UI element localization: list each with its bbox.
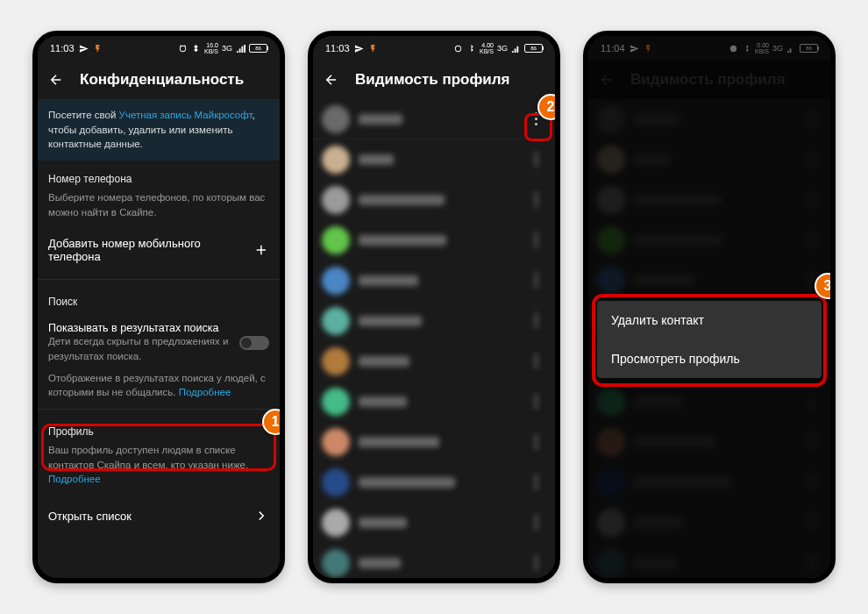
status-bar: 11:03 16.0KB/S 3G 86 [38, 36, 280, 61]
avatar [322, 549, 350, 577]
search-toggle[interactable] [239, 336, 269, 350]
avatar [322, 146, 350, 174]
battery-icon: 86 [249, 44, 267, 53]
divider [38, 279, 280, 280]
contact-row[interactable] [313, 261, 555, 301]
phone-screenshot-3: 11:04 0.00KB/S 3G 86 Видимость профиля У… [583, 31, 836, 583]
callout-badge: 1 [262, 409, 285, 435]
phone-section: Номер телефона Выберите номера телефонов… [38, 161, 280, 225]
contact-row[interactable] [313, 220, 555, 261]
network-type: 3G [222, 44, 232, 53]
more-link[interactable]: Подробнее [48, 474, 101, 484]
back-button[interactable] [322, 70, 341, 89]
search-sub-desc: Отображение в результатах поиска у людей… [48, 371, 269, 400]
phone-screenshot-2: 11:03 4.00KB/S 3G 86 Видимость профиля 2 [308, 31, 560, 583]
bluetooth-icon [466, 44, 476, 54]
callout-badge: 3 [815, 273, 836, 299]
lightning-icon [93, 44, 103, 54]
contact-row[interactable] [313, 382, 555, 422]
callout-badge: 2 [537, 94, 560, 120]
contacts-list [313, 99, 555, 578]
contact-name-placeholder [359, 518, 407, 528]
avatar [322, 267, 350, 295]
page-title: Видимость профиля [355, 71, 510, 89]
contact-row[interactable] [313, 301, 555, 341]
section-title: Номер телефона [48, 173, 269, 185]
header: Видимость профиля [313, 61, 555, 99]
contact-name-placeholder [359, 316, 422, 326]
profile-section: Профиль Ваш профиль доступен людям в спи… [38, 413, 280, 492]
contact-name-placeholder [359, 356, 409, 367]
contact-row[interactable] [313, 462, 555, 503]
alarm-icon [178, 44, 188, 54]
avatar [322, 468, 350, 496]
menu-delete-contact[interactable]: Удалить контакт [597, 301, 822, 339]
more-menu-button[interactable] [525, 311, 546, 332]
context-menu: Удалить контакт Просмотреть профиль [597, 301, 822, 378]
more-menu-button[interactable] [525, 472, 546, 493]
contact-name-placeholder [359, 558, 401, 568]
divider [38, 409, 280, 410]
contact-name-placeholder [359, 154, 394, 165]
ms-account-banner: Посетите свой Учетная запись Майкрософт,… [38, 99, 280, 161]
contact-name-placeholder [359, 195, 445, 205]
more-link[interactable]: Подробнее [179, 387, 231, 397]
more-menu-button[interactable] [525, 432, 546, 453]
page-title: Конфиденциальность [80, 71, 244, 89]
contact-row[interactable] [313, 341, 555, 382]
search-section: Поиск [38, 283, 280, 318]
avatar [322, 226, 350, 254]
contact-name-placeholder [359, 437, 439, 447]
send-icon [354, 44, 364, 54]
avatar [322, 105, 350, 133]
send-icon [79, 44, 89, 54]
more-menu-button[interactable] [525, 391, 546, 412]
search-visibility-row[interactable]: Показывать в результатах поиска Дети все… [38, 318, 280, 367]
ms-account-link[interactable]: Учетная запись Майкрософт [119, 110, 253, 120]
section-title: Профиль [48, 425, 269, 438]
contact-row[interactable] [313, 180, 555, 220]
bluetooth-icon [191, 44, 201, 54]
contact-name-placeholder [359, 114, 402, 125]
status-bar: 11:03 4.00KB/S 3G 86 [313, 36, 555, 61]
signal-icon [511, 44, 521, 54]
chevron-right-icon [253, 508, 269, 524]
more-menu-button[interactable] [525, 230, 546, 251]
contact-name-placeholder [359, 477, 455, 488]
contact-row[interactable] [313, 99, 555, 139]
more-menu-button[interactable] [525, 553, 546, 574]
open-list-row[interactable]: Открыть список [38, 492, 280, 539]
status-time: 11:03 [50, 43, 75, 54]
contact-name-placeholder [359, 235, 446, 246]
plus-icon [253, 242, 269, 258]
data-speed: 4.00KB/S [480, 42, 494, 54]
contact-row[interactable] [313, 139, 555, 180]
more-menu-button[interactable] [525, 270, 546, 291]
avatar [322, 347, 350, 375]
phone-screenshot-1: 11:03 16.0KB/S 3G 86 Конфиденциальность … [32, 31, 285, 583]
contact-row[interactable] [313, 422, 555, 462]
more-menu-button[interactable] [525, 351, 546, 372]
status-time: 11:03 [325, 43, 350, 54]
header: Конфиденциальность [38, 61, 280, 99]
battery-icon: 86 [524, 44, 543, 53]
avatar [322, 428, 350, 456]
more-menu-button[interactable] [525, 512, 546, 533]
data-speed: 16.0KB/S [204, 42, 218, 54]
avatar [322, 509, 350, 537]
avatar [322, 307, 350, 335]
network-type: 3G [497, 44, 508, 53]
menu-view-profile[interactable]: Просмотреть профиль [597, 339, 822, 378]
contact-name-placeholder [359, 396, 407, 407]
add-phone-row[interactable]: Добавить номер мобильного телефона [38, 225, 280, 275]
contact-name-placeholder [359, 275, 418, 286]
more-menu-button[interactable] [525, 189, 546, 211]
avatar [322, 388, 350, 416]
lightning-icon [368, 44, 378, 54]
back-button[interactable] [46, 70, 66, 89]
more-menu-button[interactable] [525, 149, 546, 170]
section-title: Поиск [48, 296, 269, 308]
contact-row[interactable] [313, 503, 555, 543]
contact-row[interactable] [313, 543, 555, 578]
signal-icon [236, 44, 245, 54]
